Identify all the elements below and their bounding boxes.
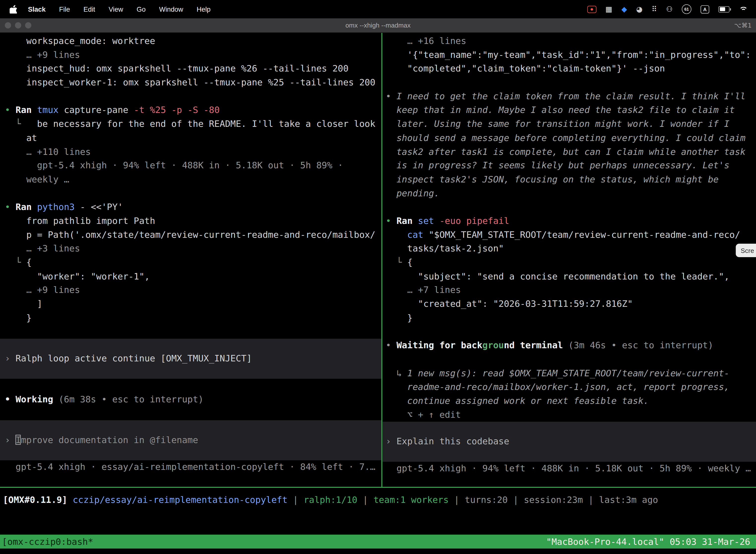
terminal-line: └ be necessary for the end of the README… [0, 117, 381, 131]
hud-status-pane: [OMX#0.11.9] cczip/essay/ai-reimplementa… [0, 488, 756, 535]
screen: Slack FileEditViewGoWindowHelp ▦◆◕⠿⚇61A … [0, 0, 756, 554]
battery-icon[interactable] [718, 6, 730, 12]
dots-grid-icon[interactable]: ⠿ [651, 5, 657, 13]
terminal-line: gpt-5.4 xhigh · essay/ai-reimplementatio… [0, 460, 381, 474]
terminal-line: "completed","claim_token":"claim-token"}… [382, 62, 756, 76]
text-segment: "worker": "worker-1", [5, 271, 150, 281]
menu-item-help[interactable]: Help [197, 5, 210, 13]
terminal-line: tasks/task-2.json" [382, 242, 756, 256]
text-segment: Ran [16, 105, 37, 115]
terminal-line: … +9 lines [0, 48, 381, 62]
text-segment: tmux [37, 105, 64, 115]
terminal-line: keep that in mind. Maybe I also need the… [382, 104, 756, 117]
terminal-line: … +9 lines [0, 283, 381, 297]
text-segment: tasks/task-2.json" [386, 243, 504, 254]
left-input-box[interactable]: › Improve documentation in @filename [0, 420, 381, 460]
tmux-pane-right[interactable]: … +16 lines '{"team_name":"my-team","tas… [382, 33, 756, 487]
input-line: › Explain this codebase [382, 435, 756, 449]
text-segment: … +110 lines [5, 147, 90, 157]
left-history-box[interactable]: › Ralph loop active continue [OMX_TMUX_I… [0, 339, 381, 379]
tmux-session-label: [omx-cczip0:bash* [0, 537, 93, 547]
terminal-line: later. Using the same for transition mig… [382, 117, 756, 131]
text-segment: nd terminal [504, 340, 563, 350]
minimize-button[interactable] [15, 22, 21, 28]
text-segment: | [288, 494, 304, 505]
text-segment: … +9 lines [5, 50, 80, 60]
terminal-line [0, 406, 381, 420]
text-segment: … +7 lines [386, 285, 461, 295]
terminal-line: gpt-5.4 xhigh · 94% left · 488K in · 5.1… [382, 462, 756, 476]
terminal-line: • Ran python3 - <<'PY' [0, 200, 381, 214]
text-segment: be necessary for the end of the README. … [37, 119, 375, 129]
terminal-line [382, 200, 756, 214]
terminal-line: continue assigned work or next feasible … [382, 394, 756, 408]
tmux-pane-left[interactable]: workspace_mode: worktree … +9 lines insp… [0, 33, 381, 487]
terminal-line [0, 186, 381, 200]
text-segment: Working [16, 394, 53, 404]
menu-item-go[interactable]: Go [137, 5, 145, 13]
bullet: • [5, 105, 15, 115]
terminal-line: inspect task2's JSON, focusing on the st… [382, 173, 756, 187]
input-line: › Ralph loop active continue [OMX_TMUX_I… [0, 352, 381, 366]
text-segment: from pathlib import Path [5, 216, 155, 226]
terminal-line: • Ran tmux capture-pane -t %25 -p -S -80 [0, 104, 381, 117]
traffic-lights [5, 18, 31, 32]
prompt-chevron: › [386, 436, 396, 447]
terminal-line: "subject": "send a concise recommendatio… [382, 270, 756, 283]
menu-item-window[interactable]: Window [159, 5, 183, 13]
text-segment: readme-and-reco/mailbox/worker-1.json, a… [386, 382, 730, 392]
menu-item-file[interactable]: File [59, 5, 70, 13]
tmux-status-bar: [omx-cczip0:bash* "MacBook-Pro-44.local"… [0, 535, 756, 549]
circle-app-icon[interactable]: ◕ [636, 5, 642, 13]
bullet: • [386, 340, 396, 350]
desktop: Slack FileEditViewGoWindowHelp ▦◆◕⠿⚇61A … [0, 0, 756, 554]
raycast-icon[interactable]: ◆ [622, 5, 627, 13]
session-timer: session:23m [524, 494, 583, 505]
text-segment: "subject": "send a concise recommendatio… [386, 271, 730, 281]
text-segment: should send a message before completing … [386, 132, 746, 143]
wifi-icon[interactable] [739, 6, 747, 12]
active-app-name[interactable]: Slack [28, 5, 46, 13]
terminal-line: p = Path('.omx/state/team/review-current… [0, 228, 381, 242]
input-line: › Improve documentation in @filename [0, 433, 381, 447]
screen-recording-icon[interactable] [587, 5, 596, 13]
terminal-line: workspace_mode: worktree [0, 34, 381, 48]
terminal-line: inspect_worker-1: omx sparkshell --tmux-… [0, 76, 381, 90]
menu-item-edit[interactable]: Edit [83, 5, 95, 13]
text-segment: is in progress? It seems likely but perh… [386, 160, 730, 170]
apple-logo-icon[interactable] [10, 4, 17, 14]
bullet: • [386, 91, 396, 101]
text-segment: "completed","claim_token":"claim-token"}… [386, 63, 665, 73]
terminal-line: task2 after task1 is complete, but can I… [382, 145, 756, 159]
text-cursor: I [16, 435, 21, 445]
window-title-bar: omx --xhigh --madmax ⌥⌘1 [0, 18, 756, 33]
terminal-line [0, 325, 381, 339]
zoom-button[interactable] [25, 22, 31, 28]
text-segment: inspect_hud: omx sparkshell --tmux-pane … [5, 63, 349, 73]
menu-item-view[interactable]: View [109, 5, 123, 13]
text-segment: ⌥ + ↑ edit [386, 409, 461, 420]
screen-notification[interactable]: Scre [736, 244, 756, 257]
text-segment: set [418, 216, 440, 226]
text-segment: gpt-5.4 xhigh · essay/ai-reimplementatio… [5, 461, 375, 472]
text-segment: Explain this codebase [396, 436, 509, 447]
terminal-line: • Waiting for background terminal (3m 46… [382, 339, 756, 353]
text-segment: "created_at": "2026-03-31T11:59:27.816Z" [386, 298, 633, 309]
battery-percent-badge[interactable]: 61 [682, 4, 692, 14]
text-segment: inspect_worker-1: omx sparkshell --tmux-… [5, 77, 375, 88]
right-input-box[interactable]: › Explain this codebase [382, 422, 756, 462]
close-button[interactable] [5, 22, 11, 28]
menu-bar-status-icons: ▦◆◕⠿⚇61A [587, 4, 749, 14]
grid-app-icon[interactable]: ▦ [606, 5, 612, 13]
text-segment: I need to get the claim token from the c… [396, 91, 745, 101]
bottom-gap [0, 549, 756, 554]
text-segment: { [26, 257, 32, 267]
terminal-line: "worker": "worker-1", [0, 270, 381, 283]
prompt-chevron: › [5, 435, 15, 445]
keychain-icon[interactable]: ⚇ [666, 5, 673, 13]
terminal-line: ⌥ + ↑ edit [382, 408, 756, 422]
text-segment: at [5, 132, 37, 143]
input-source-icon[interactable]: A [700, 5, 709, 13]
text-segment: weekly … [5, 174, 69, 184]
text-segment: python3 [37, 202, 80, 212]
